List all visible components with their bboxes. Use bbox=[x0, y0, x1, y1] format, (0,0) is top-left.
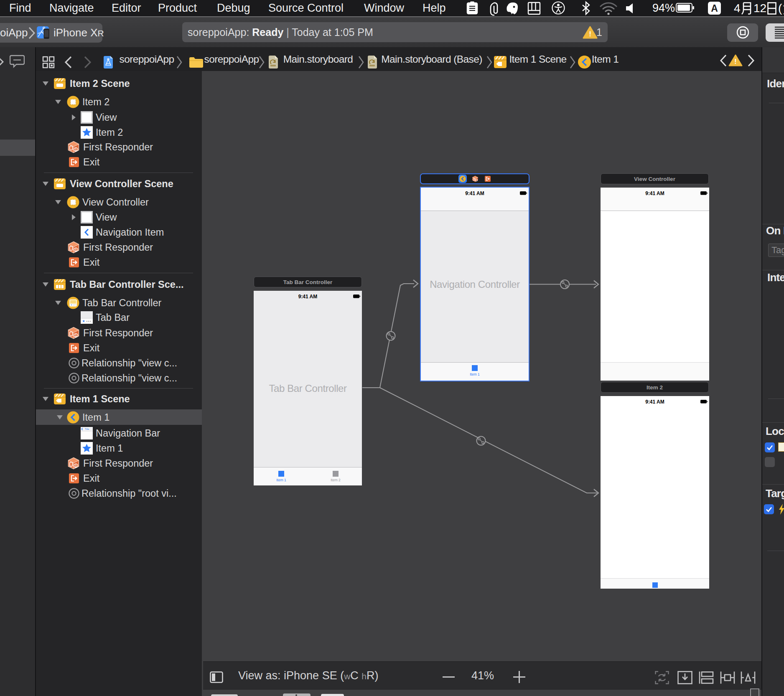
svg-text:Title: Title bbox=[85, 428, 89, 430]
svg-text:4: 4 bbox=[734, 2, 741, 15]
svg-text:94%: 94% bbox=[652, 2, 675, 14]
svg-text:!: ! bbox=[734, 58, 736, 65]
svg-text:12: 12 bbox=[753, 2, 766, 15]
svg-text:1: 1 bbox=[75, 333, 77, 338]
svg-text:A: A bbox=[711, 3, 718, 14]
svg-text:(: ( bbox=[778, 2, 782, 15]
svg-text:1: 1 bbox=[75, 147, 77, 152]
svg-text:!: ! bbox=[589, 30, 591, 38]
svg-text:1: 1 bbox=[75, 464, 77, 468]
svg-text:1: 1 bbox=[75, 248, 77, 252]
